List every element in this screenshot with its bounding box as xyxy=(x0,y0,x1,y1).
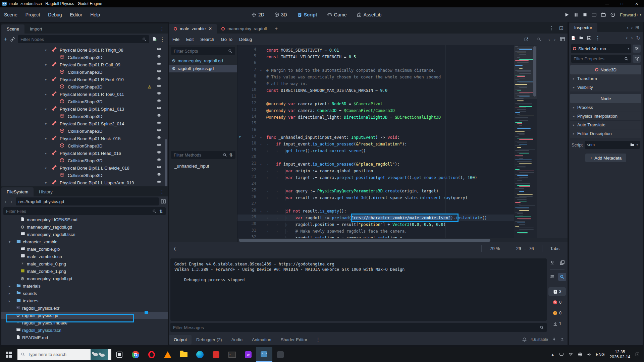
network-tray-icon[interactable] xyxy=(576,352,585,357)
tree-node-collision-shape[interactable]: CollisionShape3D xyxy=(1,157,168,164)
visibility-eye-icon[interactable] xyxy=(156,55,162,60)
distraction-free-icon[interactable]: ⊡ xyxy=(559,25,564,31)
code-line[interactable]: 25 ››var query := PhysicsRayQueryParamet… xyxy=(237,188,537,194)
tab-list-icon[interactable]: ⋮ xyxy=(549,25,554,31)
new-tab-button[interactable]: + xyxy=(271,23,281,34)
code-vertical-scrollbar[interactable] xyxy=(533,46,536,97)
workspace-tab-2d[interactable]: 2D xyxy=(248,11,268,19)
tab-scene[interactable]: Scene xyxy=(1,24,24,34)
edge-icon[interactable] xyxy=(192,347,208,362)
method-list-item[interactable]: _unhandled_input xyxy=(171,162,235,170)
script-property-value[interactable]: <em ▾ xyxy=(585,141,640,149)
file-row[interactable]: ⚙ mannequiny_ragdoll.gd xyxy=(1,275,168,282)
code-line[interactable]: 26 ››var result := camera.get_world_3d()… xyxy=(237,194,537,201)
collapse-arrow-icon[interactable]: ▾ xyxy=(45,181,47,185)
visibility-eye-icon[interactable] xyxy=(156,180,162,185)
close-button[interactable]: ✕ xyxy=(629,0,644,7)
file-explorer-icon[interactable] xyxy=(176,347,192,362)
search-help-link[interactable] xyxy=(534,37,546,42)
task-view-button[interactable] xyxy=(111,347,127,362)
code-line[interactable]: 15 xyxy=(237,121,537,127)
code-line[interactable]: 12 @onready var camera_pivot: Node3D = $… xyxy=(237,101,537,107)
file-row[interactable]: README.md xyxy=(1,334,168,341)
code-line[interactable]: 11 xyxy=(237,94,537,101)
property-filter-icon[interactable] xyxy=(633,55,641,63)
visual-studio-icon[interactable]: ∞ xyxy=(240,347,256,362)
code-line[interactable]: 27 xyxy=(237,201,537,208)
dock-menu-icon[interactable]: ⋮ xyxy=(160,26,168,34)
notification-center-icon[interactable] xyxy=(633,352,642,357)
code-line[interactable]: 8 # This value was empirically chosen to… xyxy=(237,74,537,80)
script-menu-edit[interactable]: Edit xyxy=(183,36,197,43)
dock-next-icon[interactable]: › xyxy=(631,25,633,30)
code-line[interactable]: 19 ››get_tree().reload_current_scene() xyxy=(237,147,537,154)
resource-menu-icon[interactable]: ⋮ xyxy=(595,35,600,41)
file-row[interactable]: ragdoll_physics.tscn xyxy=(1,326,168,334)
tree-node-bone[interactable]: ▾ Physical Bone Bip01 R Thigh_08 xyxy=(1,46,168,54)
tree-node-bone[interactable]: ▾ Physical Bone Bip01 R Calf_09 xyxy=(1,61,168,68)
collapse-arrow-icon[interactable]: ▾ xyxy=(45,93,47,96)
script-menu-go-to[interactable]: Go To xyxy=(218,36,236,43)
new-resource-icon[interactable] xyxy=(571,36,576,40)
history-back-icon[interactable]: ‹ xyxy=(626,35,628,41)
node-section-header[interactable]: Node xyxy=(570,94,641,103)
pin-bottom-panel-icon[interactable] xyxy=(552,338,556,342)
extra-resource-options-icon[interactable] xyxy=(633,45,641,53)
code-line[interactable]: 5 const INITIAL_VELOCITY_STRENGTH = 0.5 xyxy=(237,54,537,60)
inspector-section-editor-description[interactable]: ▸Editor Description xyxy=(570,129,641,138)
visibility-eye-icon[interactable] xyxy=(156,136,162,141)
tab-inspector[interactable]: Inspector xyxy=(569,23,597,32)
folder-arrow-icon[interactable]: ▾ xyxy=(9,240,10,244)
tree-node-collision-shape[interactable]: CollisionShape3D xyxy=(1,98,168,105)
tree-node-bone[interactable]: ▾ Physical Bone Bip01 Head_016 xyxy=(1,149,168,157)
file-row[interactable]: ragdoll_physics.exr xyxy=(1,304,168,312)
tab-history[interactable]: History xyxy=(34,187,58,196)
add-node-button[interactable]: + xyxy=(4,36,7,43)
history-forward-icon[interactable]: › xyxy=(631,35,633,41)
indent-mode[interactable]: Tabs xyxy=(542,245,568,252)
online-docs-link[interactable] xyxy=(521,37,534,42)
save-resource-icon[interactable] xyxy=(587,36,592,40)
file-sort-icon[interactable]: ⇅ xyxy=(159,209,163,214)
tree-node-collision-shape[interactable]: CollisionShape3D xyxy=(1,172,168,179)
collapse-arrow-icon[interactable]: ▾ xyxy=(45,166,47,170)
file-row[interactable]: ⚙ mannequiny_ragdoll.gd xyxy=(1,223,168,231)
bottom-tab-output[interactable]: Output xyxy=(169,335,192,345)
bottom-tab-debugger-2-[interactable]: Debugger (2) xyxy=(192,335,227,345)
tree-node-bone[interactable]: ▾ Physical Bone Bip01 Neck_015 xyxy=(1,135,168,142)
code-line[interactable]: 6 xyxy=(237,60,537,67)
visibility-eye-icon[interactable] xyxy=(156,69,162,75)
menu-help[interactable]: Help xyxy=(86,10,104,19)
attach-script-icon[interactable] xyxy=(152,37,157,42)
tree-node-collision-shape[interactable]: CollisionShape3D xyxy=(1,68,168,76)
inspector-section-auto-translate[interactable]: ▸Auto Translate xyxy=(570,121,641,129)
visibility-eye-icon[interactable] xyxy=(156,143,162,148)
minimize-button[interactable]: — xyxy=(600,0,614,7)
fold-arrow-icon[interactable]: ▾ xyxy=(258,134,264,141)
scene-tree-scrollbar[interactable] xyxy=(165,139,167,186)
code-line[interactable]: 24 xyxy=(237,181,537,188)
code-line[interactable]: 16 xyxy=(237,127,537,134)
scripts-panel-collapse-icon[interactable]: ❬ xyxy=(169,246,181,251)
collapse-messages-icon[interactable] xyxy=(548,273,556,281)
badge-messages[interactable]: 1 xyxy=(548,319,566,328)
code-line[interactable]: ↱ 17 ▾ func _unhandled_input(input_event… xyxy=(237,134,537,141)
taskbar-clock[interactable]: 12:35 2026-02-14 xyxy=(607,350,633,360)
visibility-eye-icon[interactable] xyxy=(156,158,162,163)
wifi-tray-icon[interactable] xyxy=(566,353,576,357)
maximize-button[interactable]: □ xyxy=(614,0,629,7)
fs-path[interactable]: res://ragdoll_physics.gd xyxy=(16,197,159,205)
expand-bottom-panel-icon[interactable] xyxy=(560,338,564,342)
visibility-eye-icon[interactable] xyxy=(156,128,162,134)
code-line[interactable]: 22 ››var origin := camera.global_positio… xyxy=(237,168,537,174)
movie-maker-icon[interactable] xyxy=(601,12,606,17)
menu-editor[interactable]: Editor xyxy=(66,10,87,19)
tab-import[interactable]: Import xyxy=(24,24,48,34)
visibility-eye-icon[interactable] xyxy=(156,121,162,126)
visibility-eye-icon[interactable] xyxy=(156,77,162,82)
tree-node-collision-shape[interactable]: CollisionShape3D ⚠ xyxy=(1,83,168,90)
caret-position[interactable]: 29:76 xyxy=(508,245,542,252)
script-menu-file[interactable]: File xyxy=(169,36,183,43)
bottom-panel-menu-icon[interactable]: ⋮ xyxy=(312,337,324,343)
code-line[interactable]: 21 ▾ ›if input_event.is_action_pressed(&… xyxy=(237,161,537,168)
